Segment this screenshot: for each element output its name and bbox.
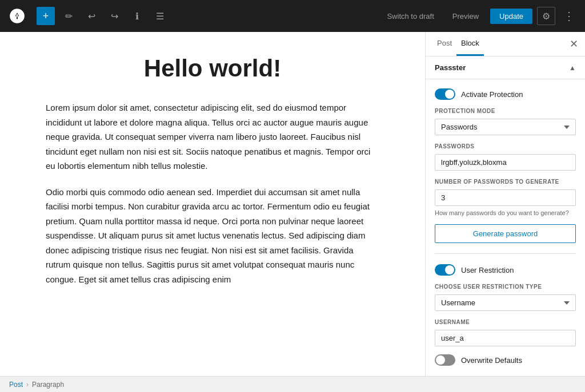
- overwrite-defaults-toggle[interactable]: [435, 354, 455, 366]
- username-label: USERNAME: [435, 319, 576, 325]
- passwords-group: PASSWORDS: [435, 143, 576, 171]
- status-bar-post-link[interactable]: Post: [9, 381, 23, 389]
- tools-button[interactable]: ✏: [59, 7, 78, 25]
- passwords-label: PASSWORDS: [435, 143, 576, 149]
- num-passwords-input[interactable]: [435, 189, 576, 206]
- undo-button[interactable]: ↩: [82, 7, 101, 25]
- activate-protection-toggle[interactable]: [435, 88, 455, 100]
- tab-block[interactable]: Block: [456, 32, 484, 56]
- activate-protection-label: Activate Protection: [461, 90, 523, 99]
- overwrite-defaults-label: Overwrite Defaults: [461, 356, 522, 365]
- passster-panel-collapse-button[interactable]: ▲: [569, 64, 576, 72]
- restriction-type-select[interactable]: Username Email Role: [435, 294, 576, 311]
- sidebar-tabs: Post Block ✕: [426, 32, 585, 56]
- preview-button[interactable]: Preview: [446, 9, 486, 24]
- protection-mode-label: PROTECTION MODE: [435, 108, 576, 114]
- toolbar: W + ✏ ↩ ↪ ℹ ☰ Switch to draft Preview Up…: [0, 0, 585, 32]
- main-layout: Hello world! Lorem ipsum dolor sit amet,…: [0, 32, 585, 376]
- paragraph-2: Odio morbi quis commodo odio aenean sed.…: [46, 185, 379, 287]
- redo-button[interactable]: ↪: [105, 7, 123, 25]
- num-passwords-group: NUMBER OF PASSWORDS TO GENERATE How many…: [435, 179, 576, 216]
- passster-panel-header: Passster ▲: [426, 56, 585, 79]
- overwrite-defaults-row: Overwrite Defaults: [435, 354, 576, 366]
- wp-logo: W: [7, 6, 27, 26]
- panel-divider-1: [435, 253, 576, 254]
- status-bar: Post › Paragraph: [0, 376, 585, 392]
- passwords-input[interactable]: [435, 154, 576, 171]
- protection-mode-group: PROTECTION MODE Passwords Password User …: [435, 108, 576, 135]
- post-content: Lorem ipsum dolor sit amet, consectetur …: [46, 100, 379, 286]
- num-passwords-label: NUMBER OF PASSWORDS TO GENERATE: [435, 179, 576, 185]
- toolbar-right: Switch to draft Preview Update ⚙ ⋮: [380, 7, 578, 25]
- breadcrumb-separator: ›: [26, 381, 29, 389]
- svg-text:W: W: [14, 13, 20, 20]
- update-button[interactable]: Update: [490, 9, 532, 24]
- user-restriction-row: User Restriction: [435, 264, 576, 276]
- num-passwords-hint: How many passwords do you want to genera…: [435, 209, 576, 216]
- overwrite-defaults-knob: [436, 355, 445, 365]
- sidebar-close-button[interactable]: ✕: [567, 37, 580, 51]
- protection-mode-select[interactable]: Passwords Password User Role: [435, 119, 576, 135]
- info-button[interactable]: ℹ: [128, 7, 146, 25]
- user-restriction-knob: [445, 265, 454, 274]
- restriction-type-group: CHOOSE USER RESTRICTION TYPE Username Em…: [435, 284, 576, 311]
- user-restriction-toggle[interactable]: [435, 264, 455, 276]
- sidebar: Post Block ✕ Passster ▲ Activate Protect…: [425, 32, 585, 376]
- more-options-button[interactable]: ⋮: [560, 7, 578, 25]
- editor-area[interactable]: Hello world! Lorem ipsum dolor sit amet,…: [0, 32, 425, 376]
- generate-password-button[interactable]: Generate password: [435, 224, 576, 243]
- sidebar-content: Passster ▲ Activate Protection PROTECTIO…: [426, 56, 585, 376]
- paragraph-1: Lorem ipsum dolor sit amet, consectetur …: [46, 100, 379, 173]
- list-view-button[interactable]: ☰: [151, 7, 169, 25]
- post-title: Hello world!: [46, 55, 379, 82]
- add-block-button[interactable]: +: [37, 7, 55, 25]
- passster-panel-body: Activate Protection PROTECTION MODE Pass…: [426, 79, 585, 375]
- activate-protection-row: Activate Protection: [435, 88, 576, 100]
- switch-to-draft-button[interactable]: Switch to draft: [380, 9, 440, 24]
- restriction-type-label: CHOOSE USER RESTRICTION TYPE: [435, 284, 576, 290]
- tab-post[interactable]: Post: [432, 32, 456, 56]
- username-group: USERNAME: [435, 319, 576, 346]
- settings-button[interactable]: ⚙: [537, 7, 555, 25]
- username-input[interactable]: [435, 330, 576, 346]
- user-restriction-label: User Restriction: [461, 266, 514, 274]
- status-bar-paragraph: Paragraph: [32, 381, 64, 389]
- passster-panel-title: Passster: [435, 63, 466, 72]
- activate-protection-knob: [445, 90, 454, 99]
